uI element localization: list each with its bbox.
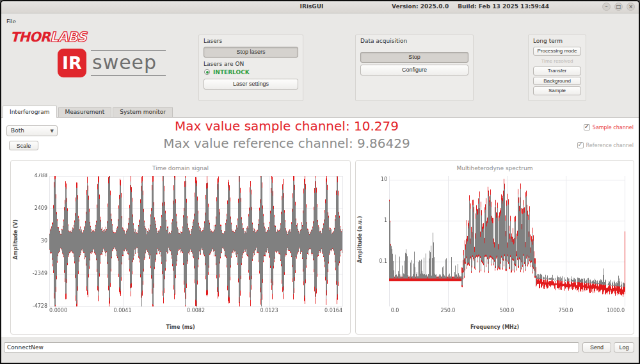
transfer-button[interactable]: Transfer: [533, 67, 581, 75]
titlebar[interactable]: IRisGUI Version: 2025.0.0 Build: Feb 13 …: [1, 1, 639, 13]
tab-interferogram[interactable]: Interferogram: [3, 106, 57, 118]
window-title: IRisGUI: [276, 3, 347, 10]
thorlabs-logo: THORLABS: [10, 31, 86, 44]
reference-max-readout: Max value reference channel: 9.86429: [148, 136, 425, 151]
tabbar: Interferogram Measurement System monitor: [1, 105, 639, 117]
lasers-status-text: Lasers are ON: [204, 61, 298, 67]
sample-max-readout: Max value sample channel: 10.279: [148, 118, 425, 134]
send-button[interactable]: Send: [582, 342, 611, 352]
time-domain-chart-title: Time domain signal: [11, 165, 350, 171]
version-info: Version: 2025.0.0 Build: Feb 13 2025 13:…: [392, 3, 549, 10]
time-domain-x-axis-label: Time (ms): [11, 324, 350, 330]
laser-settings-button[interactable]: Laser settings: [204, 79, 298, 90]
data-acquisition-groupbox: Data acquisition Stop Configure: [355, 35, 474, 101]
version-label: Version: 2025.0.0: [392, 3, 449, 10]
sample-channel-checkbox[interactable]: ✓ Sample channel: [584, 124, 634, 131]
time-resolved-button: Time resolved: [533, 57, 581, 66]
tab-measurement[interactable]: Measurement: [58, 107, 112, 117]
data-acquisition-title: Data acquisition: [360, 38, 468, 44]
daq-configure-button[interactable]: Configure: [360, 65, 468, 75]
lasers-groupbox: Lasers Stop lasers Lasers are ON INTERLO…: [198, 35, 303, 101]
maximize-button[interactable]: □: [614, 3, 623, 11]
checkbox-checked-icon: ✓: [584, 124, 590, 131]
channel-select-dropdown[interactable]: Both ▼: [6, 125, 58, 136]
time-domain-plot: [28, 173, 346, 317]
checkbox-checked-icon: ✓: [577, 142, 584, 148]
sample-channel-label: Sample channel: [593, 125, 634, 131]
long-term-title: Long term: [533, 38, 581, 44]
irsweep-logo: IR sweep: [58, 49, 166, 77]
tab-system-monitor[interactable]: System monitor: [113, 107, 173, 117]
lasers-title: Lasers: [204, 38, 298, 44]
close-button[interactable]: ×: [627, 3, 635, 11]
interlock-led-icon: [204, 69, 210, 75]
time-domain-y-axis-label: Amplitude (V): [11, 161, 20, 319]
sample-button[interactable]: Sample: [533, 86, 581, 95]
window-controls: – □ ×: [602, 3, 635, 11]
reference-channel-label: Reference channel: [586, 143, 634, 148]
irsweep-wordmark: sweep: [91, 50, 166, 76]
long-term-groupbox: Long term Processing mode Time resolved …: [528, 35, 586, 101]
build-label: Build: Feb 13 2025 13:59:44: [458, 3, 549, 10]
stop-lasers-button[interactable]: Stop lasers: [204, 47, 298, 58]
thorlabs-logo-thor: THOR: [10, 29, 50, 45]
spectrum-y-axis-label: Amplitude (a.u.): [356, 161, 365, 319]
log-button[interactable]: Log: [614, 342, 634, 352]
background-button[interactable]: Background: [533, 77, 581, 86]
minimize-button[interactable]: –: [602, 3, 611, 11]
time-domain-chart-panel: Time domain signal Amplitude (V) Time (m…: [10, 160, 351, 335]
spectrum-plot: [372, 173, 630, 317]
scale-button[interactable]: Scale: [9, 141, 38, 150]
spectrum-x-axis-label: Frequency (MHz): [356, 324, 634, 330]
irsweep-badge-icon: IR: [58, 49, 86, 77]
channel-select-value: Both: [11, 127, 24, 134]
menubar: File: [1, 14, 639, 23]
app-window: IRisGUI Version: 2025.0.0 Build: Feb 13 …: [0, 0, 640, 364]
spectrum-chart-panel: Multiheterodyne spectrum Amplitude (a.u.…: [355, 160, 634, 335]
spectrum-chart-title: Multiheterodyne spectrum: [356, 165, 634, 171]
interferogram-tab-content: Both ▼ Scale Max value sample channel: 1…: [1, 117, 639, 337]
reference-channel-checkbox[interactable]: ✓ Reference channel: [577, 142, 634, 148]
console-bar: Send Log: [1, 337, 639, 363]
processing-mode-button[interactable]: Processing mode: [533, 47, 581, 56]
chevron-down-icon: ▼: [51, 126, 54, 136]
thorlabs-logo-labs: LABS: [50, 29, 86, 45]
header: THORLABS IR sweep Lasers Stop lasers Las…: [1, 23, 639, 105]
console-input[interactable]: [4, 342, 579, 352]
interlock-label: INTERLOCK: [213, 69, 250, 75]
daq-stop-button[interactable]: Stop: [360, 52, 468, 63]
interlock-indicator: INTERLOCK: [204, 69, 298, 75]
